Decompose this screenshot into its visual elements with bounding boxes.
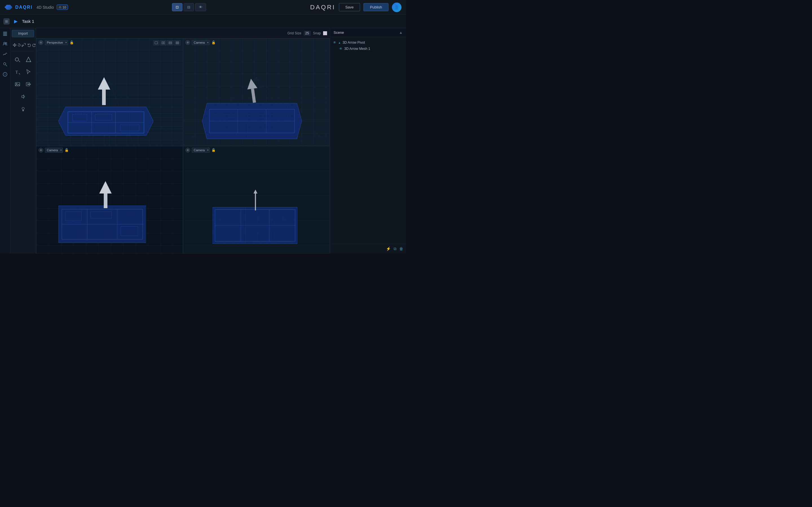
view-mode-split[interactable]: ⊟ bbox=[184, 3, 194, 11]
svg-rect-60 bbox=[177, 43, 179, 44]
svg-point-4 bbox=[4, 42, 5, 44]
redo-tool[interactable] bbox=[32, 41, 36, 49]
rotate-tool[interactable] bbox=[17, 41, 21, 49]
brand-name: DAQRI bbox=[15, 5, 33, 10]
svg-text:?: ? bbox=[4, 73, 6, 76]
light-tool[interactable] bbox=[18, 104, 28, 114]
shape-tool-row-1 bbox=[12, 54, 34, 64]
vp4-arrow-shaft bbox=[255, 193, 256, 210]
vp2-view-dropdown[interactable]: Camera Top Front bbox=[192, 40, 210, 45]
left-sidebar: ? bbox=[0, 28, 10, 253]
snap-checkbox[interactable] bbox=[323, 31, 327, 35]
svg-rect-53 bbox=[162, 42, 163, 44]
import-button[interactable]: Import bbox=[12, 30, 34, 37]
viewport-camera-top-right[interactable]: Camera Top Front 🔓 bbox=[183, 38, 330, 146]
layout-1x1[interactable] bbox=[153, 40, 159, 45]
svg-point-5 bbox=[6, 43, 7, 44]
grid-size-value[interactable]: 25 bbox=[304, 31, 311, 36]
sidebar-item-search[interactable] bbox=[2, 61, 8, 68]
move-tool[interactable] bbox=[12, 41, 17, 49]
view-mode-ar[interactable]: ⊡ bbox=[172, 3, 183, 11]
scene-item-1[interactable]: 👁 3D Arrow Mesh 1 bbox=[330, 46, 406, 52]
taskbar: ⊞ ▶ Task 1 bbox=[0, 15, 406, 28]
sidebar-item-users[interactable] bbox=[2, 41, 8, 47]
right-panel: Scene ▲ 👁 ▲ 3D Arrow Pivot 👁 3D Arrow Me… bbox=[330, 28, 406, 253]
layout-2x2[interactable] bbox=[174, 40, 181, 45]
sidebar-item-help[interactable]: ? bbox=[2, 71, 8, 78]
scene-item-0[interactable]: 👁 ▲ 3D Arrow Pivot bbox=[330, 40, 406, 46]
vp4-view-dropdown[interactable]: Camera Top Front bbox=[192, 148, 210, 153]
layout-2col[interactable] bbox=[160, 40, 166, 45]
svg-point-22 bbox=[22, 107, 24, 110]
svg-line-12 bbox=[19, 61, 20, 62]
grid-size-label: Grid Size bbox=[287, 31, 301, 35]
view-mode-preview[interactable]: 👁 bbox=[195, 3, 206, 11]
cursor-tool[interactable] bbox=[23, 67, 34, 77]
light-tool-row bbox=[12, 104, 34, 114]
svg-point-95 bbox=[40, 150, 42, 151]
daqri-logo-icon bbox=[4, 5, 12, 10]
scene-collapse-button[interactable]: ▲ bbox=[399, 31, 403, 35]
svg-rect-58 bbox=[177, 42, 179, 43]
circle-tool[interactable] bbox=[12, 54, 22, 64]
warning-count: 10 bbox=[63, 6, 66, 9]
scene-eye-1[interactable]: 👁 bbox=[339, 47, 343, 51]
app-name: 4D Studio bbox=[37, 5, 54, 10]
snap-label: Snap bbox=[313, 31, 321, 35]
viewport-camera-bottom-right[interactable]: Camera Top Front 🔓 bbox=[183, 146, 330, 253]
audio-tool[interactable] bbox=[18, 92, 28, 102]
scene-lightning-button[interactable]: ⚡ bbox=[386, 246, 391, 251]
svg-rect-2 bbox=[3, 32, 7, 33]
vp2-header: Camera Top Front 🔓 bbox=[183, 39, 329, 47]
vp3-view-dropdown[interactable]: Camera Top Front bbox=[45, 148, 63, 153]
svg-point-51 bbox=[40, 42, 42, 43]
vp4-camera-icon bbox=[186, 148, 190, 152]
undo-tool[interactable] bbox=[27, 41, 32, 49]
scene-eye-0[interactable]: 👁 bbox=[333, 41, 336, 45]
scene-label-0: 3D Arrow Pivot bbox=[343, 41, 365, 45]
user-avatar[interactable]: 👤 bbox=[392, 3, 402, 12]
vp1-camera-icon bbox=[39, 40, 43, 45]
eye-icon: 👁 bbox=[199, 5, 202, 9]
vp3-view-dropdown-wrap: Camera Top Front bbox=[45, 148, 63, 153]
vp3-blueprint bbox=[58, 204, 146, 244]
scale-tool[interactable] bbox=[21, 41, 26, 49]
viewport-perspective[interactable]: Perspective Top Front 🔓 bbox=[36, 38, 183, 146]
svg-rect-54 bbox=[163, 42, 165, 44]
svg-marker-13 bbox=[26, 57, 31, 62]
warning-badge[interactable]: ⚠ 10 bbox=[57, 4, 68, 10]
svg-line-7 bbox=[6, 65, 7, 66]
scene-chevron-0[interactable]: ▲ bbox=[338, 41, 341, 44]
vp2-view-dropdown-wrap: Camera Top Front bbox=[192, 40, 210, 45]
image-tool[interactable] bbox=[12, 79, 22, 89]
topbar-left: DAQRI 4D Studio ⚠ 10 bbox=[4, 4, 68, 10]
vp1-arrow bbox=[98, 77, 110, 105]
video-tool[interactable] bbox=[23, 79, 34, 89]
sidebar-item-layers[interactable] bbox=[2, 31, 8, 37]
scene-delete-button[interactable]: 🗑 bbox=[399, 246, 403, 251]
layout-2row[interactable] bbox=[167, 40, 173, 45]
topbar: DAQRI 4D Studio ⚠ 10 ⊡ ⊟ 👁 DAQRI Save Pu… bbox=[0, 0, 406, 15]
task-grid-icon: ⊞ bbox=[5, 19, 8, 23]
triangle-tool[interactable] bbox=[23, 54, 34, 64]
transform-tools bbox=[12, 40, 34, 52]
scene-copy-button[interactable]: ⧉ bbox=[394, 246, 396, 251]
viewport-camera-bottom-left[interactable]: Camera Top Front 🔓 bbox=[36, 146, 183, 253]
vp3-arrow-head bbox=[99, 181, 112, 193]
svg-marker-20 bbox=[30, 83, 31, 85]
save-button[interactable]: Save bbox=[339, 3, 360, 11]
vp1-view-dropdown[interactable]: Perspective Top Front bbox=[45, 40, 68, 45]
vp1-lock-icon[interactable]: 🔓 bbox=[70, 41, 74, 45]
vp4-arrow bbox=[253, 189, 257, 210]
vp4-lock-icon[interactable]: 🔓 bbox=[211, 148, 216, 152]
vp3-arrow bbox=[99, 181, 112, 208]
warning-icon: ⚠ bbox=[59, 5, 61, 9]
audio-tool-row bbox=[12, 92, 34, 102]
vp1-arrow-head bbox=[98, 77, 110, 90]
vp3-lock-icon[interactable]: 🔓 bbox=[64, 148, 69, 152]
sidebar-item-analytics[interactable] bbox=[2, 51, 8, 57]
svg-rect-57 bbox=[176, 42, 177, 43]
vp2-lock-icon[interactable]: 🔓 bbox=[211, 41, 216, 45]
text-tool[interactable]: T bbox=[12, 67, 22, 77]
publish-button[interactable]: Publish bbox=[363, 3, 389, 11]
